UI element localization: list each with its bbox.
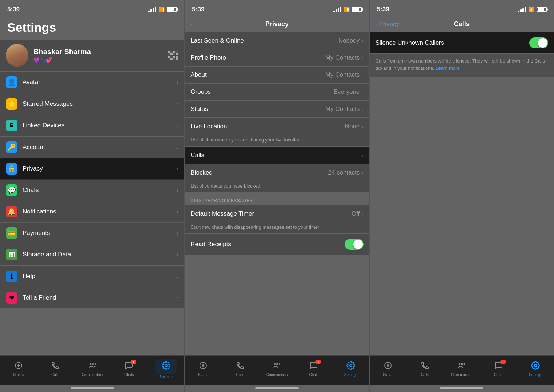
sidebar-item-label-help: Help — [23, 273, 177, 280]
sidebar-item-help[interactable]: ℹ Help › — [0, 266, 184, 287]
tab-communities-right[interactable]: Communities — [443, 356, 480, 379]
tab-status-left[interactable]: Status — [0, 356, 37, 379]
tab-settings-mid[interactable]: Settings — [332, 356, 369, 379]
home-indicator-left — [71, 387, 114, 389]
left-panel: 5:39 📶 Settings Bhaskar Sharma 💜🐾💕 — [0, 0, 185, 392]
tab-calls-mid[interactable]: Calls — [222, 356, 258, 379]
calls-tab-icon-right — [421, 361, 429, 372]
right-panel: 5:39 📶 ‹ Privacy Calls Silence Unknown C… — [370, 0, 554, 392]
tab-communities-left[interactable]: Communities — [74, 356, 111, 379]
privacy-group-disappearing: Default Message Timer Off › Start new ch… — [185, 205, 369, 233]
status-tab-icon-right — [384, 361, 392, 372]
chevron-icon: › — [177, 252, 179, 257]
sidebar-item-linked[interactable]: 🖥 Linked Devices › — [0, 115, 184, 136]
privacy-label-message-timer: Default Message Timer — [190, 210, 352, 217]
tab-settings-left[interactable]: Settings — [148, 356, 184, 379]
tab-chats-mid[interactable]: 1 Chats — [296, 356, 332, 379]
sidebar-item-account[interactable]: 🔑 Account › — [0, 137, 184, 158]
nav-title-mid: Privacy — [265, 20, 289, 28]
privacy-label-read-receipts: Read Receipts — [190, 241, 344, 248]
silence-row-container: Silence Unknown Callers — [370, 32, 554, 53]
privacy-item-read-receipts[interactable]: Read Receipts — [185, 234, 369, 255]
notifications-icon: 🔔 — [6, 206, 17, 217]
chevron-icon: › — [177, 79, 179, 85]
tab-status-right[interactable]: Status — [370, 356, 406, 379]
tab-status-mid[interactable]: Status — [185, 356, 221, 379]
privacy-item-live-location[interactable]: Live Location None › — [185, 118, 369, 135]
silence-callers-toggle[interactable] — [529, 37, 548, 48]
tab-chats-left[interactable]: 1 Chats — [111, 356, 147, 379]
account-icon: 🔑 — [6, 141, 17, 153]
privacy-item-about[interactable]: About My Contacts › — [185, 67, 369, 84]
help-icon: ℹ — [6, 271, 17, 282]
tell-friend-icon: ❤ — [6, 292, 17, 304]
tab-chats-right[interactable]: 1 Chats — [480, 356, 517, 379]
sidebar-item-label-linked: Linked Devices — [23, 122, 177, 129]
profile-name: Bhaskar Sharma — [33, 48, 91, 56]
svg-point-2 — [90, 363, 92, 365]
qr-code-icon[interactable] — [167, 49, 178, 61]
chevron-icon: › — [177, 209, 179, 215]
back-button-mid[interactable]: ‹ — [190, 21, 193, 28]
status-icons-right: 📶 — [518, 7, 547, 12]
privacy-label-live-location: Live Location — [190, 123, 345, 130]
svg-point-1 — [17, 364, 20, 367]
sidebar-item-avatar[interactable]: 👤 Avatar › — [0, 72, 184, 93]
status-tab-icon — [14, 361, 23, 372]
tab-label-settings-right: Settings — [529, 373, 542, 377]
chats-tab-icon-mid: 1 — [309, 361, 318, 372]
tab-communities-mid[interactable]: Communities — [258, 356, 295, 379]
chevron-icon: › — [177, 273, 179, 279]
tab-settings-right[interactable]: Settings — [517, 356, 554, 379]
chevron-icon: › — [362, 153, 363, 158]
privacy-item-status[interactable]: Status My Contacts › — [185, 101, 369, 117]
privacy-item-calls[interactable]: Calls › — [185, 147, 369, 164]
tab-label-communities-left: Communities — [81, 373, 103, 377]
sidebar-item-starred[interactable]: ⭐ Starred Messages › — [0, 93, 184, 115]
privacy-item-last-seen[interactable]: Last Seen & Online Nobody › — [185, 32, 369, 49]
privacy-item-profile-photo[interactable]: Profile Photo My Contacts › — [185, 49, 369, 67]
sidebar-item-label-avatar: Avatar — [23, 79, 177, 86]
chats-settings-icon: 💬 — [6, 184, 17, 196]
privacy-value-groups: Everyone — [333, 88, 360, 96]
profile-row[interactable]: Bhaskar Sharma 💜🐾💕 — [0, 40, 184, 71]
chats-badge-left: 1 — [131, 360, 136, 364]
silence-callers-label: Silence Unknown Callers — [376, 39, 529, 47]
privacy-item-blocked[interactable]: Blocked 24 contacts › — [185, 164, 369, 181]
learn-more-link[interactable]: Learn more — [435, 65, 459, 71]
chevron-icon: › — [362, 38, 363, 44]
privacy-label-profile-photo: Profile Photo — [190, 54, 325, 61]
privacy-item-groups[interactable]: Groups Everyone › — [185, 84, 369, 101]
privacy-item-message-timer[interactable]: Default Message Timer Off › — [185, 205, 369, 222]
sidebar-item-notifications[interactable]: 🔔 Notifications › — [0, 201, 184, 223]
signal-icon-right — [518, 7, 526, 12]
back-button-right[interactable]: ‹ Privacy — [376, 21, 399, 28]
section-starred-linked: ⭐ Starred Messages › 🖥 Linked Devices › — [0, 93, 184, 136]
back-chevron-right: ‹ — [376, 21, 378, 28]
sidebar-item-storage[interactable]: 📊 Storage and Data › — [0, 244, 184, 265]
tab-calls-right[interactable]: Calls — [406, 356, 443, 379]
calls-section: Silence Unknown Callers Calls from unkno… — [370, 32, 554, 355]
sidebar-item-label-account: Account — [23, 144, 177, 151]
sidebar-item-chats[interactable]: 💬 Chats › — [0, 180, 184, 201]
status-icons-mid: 📶 — [333, 7, 362, 12]
chats-tab-icon-right: 1 — [494, 361, 503, 372]
read-receipts-toggle[interactable] — [345, 239, 364, 250]
status-bar-left: 5:39 📶 — [0, 0, 184, 17]
tab-label-settings-left: Settings — [160, 375, 173, 379]
chevron-icon: › — [362, 89, 363, 95]
tab-label-status-mid: Status — [198, 373, 208, 377]
privacy-label-status: Status — [190, 105, 325, 113]
svg-point-14 — [534, 364, 537, 367]
chats-badge-right: 1 — [500, 360, 506, 364]
wifi-icon-right: 📶 — [528, 7, 534, 12]
section-main-settings: 🔑 Account › 🔒 Privacy › 💬 Chats › 🔔 Noti… — [0, 137, 184, 265]
sidebar-item-privacy[interactable]: 🔒 Privacy › — [0, 158, 184, 180]
privacy-value-last-seen: Nobody — [338, 37, 360, 44]
sidebar-item-payments[interactable]: 💳 Payments › — [0, 223, 184, 244]
status-icons-left: 📶 — [148, 7, 177, 12]
privacy-label-about: About — [190, 71, 325, 79]
sidebar-item-label-starred: Starred Messages — [23, 100, 177, 108]
tab-calls-left[interactable]: Calls — [37, 356, 73, 379]
sidebar-item-tell-friend[interactable]: ❤ Tell a Friend › — [0, 287, 184, 308]
